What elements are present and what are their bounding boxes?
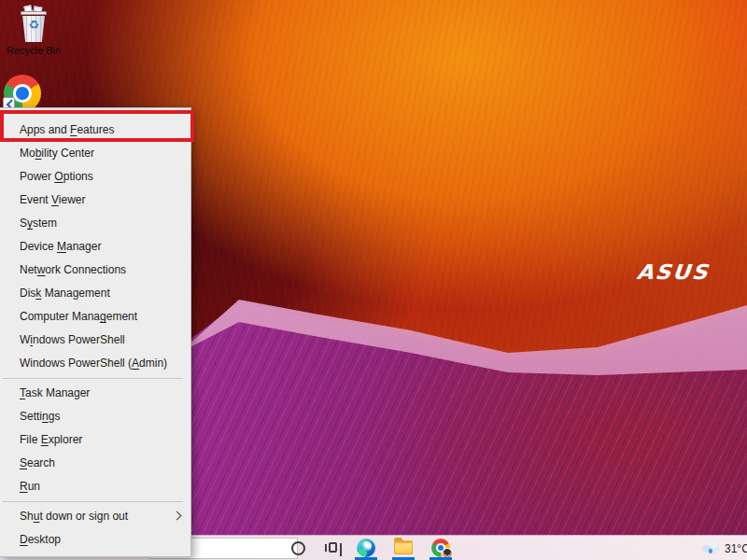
menu-separator	[3, 378, 183, 379]
chrome-desktop-icon[interactable]	[2, 75, 43, 112]
menu-item-label: Run	[20, 480, 40, 493]
bin-lid	[21, 11, 47, 15]
edge-icon[interactable]	[357, 539, 375, 557]
recycle-bin-label: Recycle Bin	[3, 45, 64, 56]
menu-item-search[interactable]: Search	[0, 452, 190, 475]
recycle-symbol-icon: ♻	[18, 19, 49, 31]
menu-item-computer-management[interactable]: Computer Management	[0, 305, 190, 329]
menu-separator	[3, 501, 183, 502]
menu-item-file-explorer[interactable]: File Explorer	[0, 428, 190, 452]
menu-item-desktop[interactable]: Desktop	[0, 528, 190, 552]
menu-item-event-viewer[interactable]: Event Viewer	[0, 189, 190, 212]
menu-item-label: Event Viewer	[20, 193, 86, 206]
menu-item-settings[interactable]: Settings	[0, 405, 190, 428]
asus-logo: ASUS	[636, 260, 711, 284]
weather-temperature[interactable]: 31°C	[725, 542, 747, 555]
cortana-icon[interactable]	[291, 541, 305, 555]
menu-item-run[interactable]: Run	[0, 475, 190, 498]
chrome-taskbar-icon[interactable]	[431, 539, 450, 557]
menu-item-label: Computer Management	[20, 310, 137, 323]
recycle-bin-icon[interactable]: ♻ Recycle Bin	[3, 6, 64, 56]
submenu-chevron-icon	[173, 511, 182, 521]
menu-item-label: Disk Management	[20, 287, 110, 300]
menu-item-label: Task Manager	[20, 386, 90, 399]
menu-item-shut-down-or-sign-out[interactable]: Shut down or sign out	[0, 505, 190, 528]
menu-item-power-options[interactable]: Power Options	[0, 165, 190, 189]
menu-item-windows-powershell-admin[interactable]: Windows PowerShell (Admin)	[0, 352, 190, 375]
menu-item-apps-and-features[interactable]: Apps and Features	[0, 119, 190, 142]
menu-item-label: Settings	[20, 410, 60, 423]
menu-item-label: Search	[20, 456, 55, 469]
menu-item-system[interactable]: System	[0, 212, 190, 235]
menu-item-label: Device Manager	[20, 240, 101, 253]
menu-item-task-manager[interactable]: Task Manager	[0, 382, 190, 405]
menu-item-label: Shut down or sign out	[20, 510, 128, 523]
file-explorer-icon[interactable]	[394, 540, 413, 554]
menu-item-network-connections[interactable]: Network Connections	[0, 259, 190, 282]
menu-item-mobility-center[interactable]: Mobility Center	[0, 142, 190, 165]
menu-item-windows-powershell[interactable]: Windows PowerShell	[0, 329, 190, 352]
menu-item-label: File Explorer	[20, 433, 82, 446]
menu-item-label: System	[20, 217, 57, 230]
desktop-screen: ASUS ♻ Recycle Bin Apps and FeaturesMobi…	[0, 0, 747, 560]
recycle-bin-art: ♻	[18, 6, 49, 43]
menu-item-disk-management[interactable]: Disk Management	[0, 282, 190, 305]
menu-item-label: Mobility Center	[20, 147, 94, 160]
menu-item-label: Windows PowerShell	[20, 333, 125, 346]
menu-item-label: Network Connections	[20, 263, 126, 276]
menu-item-device-manager[interactable]: Device Manager	[0, 235, 190, 259]
task-view-icon[interactable]	[325, 539, 342, 556]
winx-menu: Apps and FeaturesMobility CenterPower Op…	[0, 107, 191, 557]
menu-item-label: Power Options	[20, 170, 93, 183]
menu-item-label: Windows PowerShell (Admin)	[20, 357, 167, 370]
menu-item-label: Apps and Features	[20, 123, 114, 136]
weather-icon[interactable]	[702, 541, 720, 553]
menu-item-label: Desktop	[20, 533, 61, 546]
